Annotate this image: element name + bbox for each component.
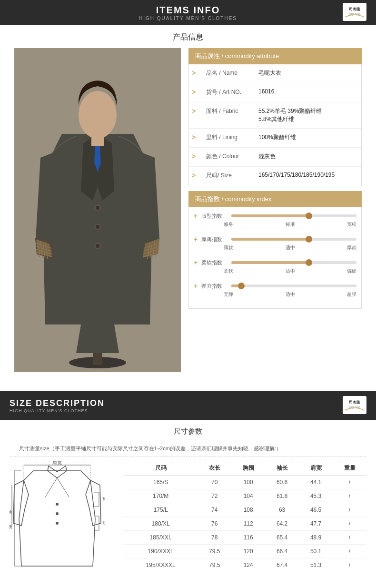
product-image: [14, 48, 181, 372]
size-desc-title: SIZE DESCRIPTION: [10, 398, 105, 408]
size-table-head: 尺码衣长胸围袖长肩宽重量: [124, 461, 366, 476]
table-cell: /: [333, 545, 366, 558]
table-row: 180/XL7611264.247.7/: [124, 517, 366, 531]
index-label-left: 修身: [224, 221, 233, 228]
table-cell: 175/L: [124, 503, 198, 517]
table-cell: 67.4: [265, 558, 299, 572]
index-labels: 薄款 适中 厚款: [194, 243, 356, 251]
svg-line-37: [45, 478, 57, 497]
svg-text:司奇隆: 司奇隆: [349, 7, 361, 11]
table-cell: 78: [198, 531, 231, 545]
page-header: ITEMS INFO HIGH QUALITY MEN'S CLOTHES 司奇…: [0, 0, 376, 25]
index-label: 弹力指数: [201, 283, 228, 290]
index-plus-icon: +: [194, 282, 198, 290]
size-desc-subtitle: HIGH QUALITY MEN'S CLOTHES: [10, 408, 105, 413]
header-title: ITEMS INFO: [0, 5, 376, 16]
attr-arrow: >: [189, 83, 203, 101]
index-bar: [231, 214, 356, 217]
svg-text:衣长: 衣长: [10, 524, 13, 529]
table-cell: 65.4: [265, 531, 299, 545]
index-labels: 修身 标准 宽松: [194, 220, 356, 228]
table-cell: 72: [198, 489, 231, 503]
table-row: 170/M7210461.845.3/: [124, 489, 366, 503]
svg-line-38: [57, 478, 69, 497]
brand-logo-header: 司奇隆 SIQILONG: [343, 3, 366, 22]
svg-rect-30: [91, 132, 104, 146]
table-cell: 190/XXXL: [124, 545, 198, 558]
table-cell: 79.5: [198, 558, 231, 572]
table-row: 175/L741086346.5/: [124, 503, 366, 517]
attribute-row: > 尺码/ Size 165/170/175/180/185/190/195: [189, 167, 361, 186]
size-table-header: 尺码: [124, 461, 198, 476]
table-cell: 60.6: [265, 476, 299, 489]
index-bar-fill: [231, 238, 309, 241]
svg-point-35: [56, 512, 59, 515]
table-cell: 79.5: [198, 545, 231, 558]
table-cell: /: [333, 558, 366, 572]
size-note: 尺寸测量size（手工测量平铺尺寸可能与实际尺寸之间存在1~2cm的误差，还请亲…: [10, 441, 366, 456]
table-cell: 104: [231, 489, 265, 503]
index-plus-icon: +: [194, 235, 198, 243]
table-cell: 66.4: [265, 545, 299, 558]
index-row: + 柔软指数 柔软 适中 偏硬: [194, 259, 356, 274]
attribute-row: > 颜色 / Colour 混灰色: [189, 148, 361, 167]
index-bar-fill: [231, 261, 309, 264]
index-bar: [231, 238, 356, 241]
table-cell: 195/XXXXL: [124, 558, 198, 572]
header-subtitle: HIGH QUALITY MEN'S CLOTHES: [0, 16, 376, 21]
attr-key: 里料 / Lining: [203, 129, 256, 146]
index-dot: [306, 213, 312, 219]
size-desc-left: SIZE DESCRIPTION HIGH QUALITY MEN'S CLOT…: [10, 398, 105, 413]
index-section: 商品指数 / commodity index + 版型指数 修身 标准 宽松 +…: [188, 191, 362, 309]
table-cell: /: [333, 531, 366, 545]
size-table-wrap: 尺码衣长胸围袖长肩宽重量 165/S7010060.644.1/170/M721…: [124, 461, 366, 572]
table-cell: 116: [231, 531, 265, 545]
attr-val: 16016: [256, 83, 361, 100]
index-dot: [238, 283, 245, 289]
table-cell: 47.7: [299, 517, 333, 531]
svg-text:肩宽: 肩宽: [52, 461, 62, 465]
product-info-section: 商品属性 / commodity attribute > 品名 / Name 毛…: [0, 48, 376, 382]
attr-val: 55.2%羊毛 39%聚酯纤维5.8%其他纤维: [256, 102, 361, 128]
index-plus-icon: +: [194, 259, 198, 266]
index-label-left: 薄款: [224, 244, 233, 251]
index-label-left: 无弹: [224, 291, 233, 298]
index-plus-icon: +: [194, 212, 198, 220]
index-label-mid: 适中: [286, 244, 295, 251]
index-label-right: 宽松: [347, 221, 356, 228]
attr-val: 165/170/175/180/185/190/195: [256, 167, 361, 183]
attr-val: 100%聚酯纤维: [256, 129, 361, 146]
index-dot: [306, 236, 312, 243]
table-cell: 108: [231, 503, 265, 517]
table-row: 190/XXXL79.512066.450.1/: [124, 545, 366, 558]
index-row: + 弹力指数 无弹 适中 超弹: [194, 282, 356, 298]
index-label-mid: 适中: [286, 291, 295, 298]
attr-arrow: >: [189, 167, 203, 184]
table-cell: 165/S: [124, 476, 198, 489]
table-cell: 64.2: [265, 517, 299, 531]
index-label-right: 厚款: [347, 244, 356, 251]
attr-arrow: >: [189, 102, 203, 120]
index-bar: [231, 261, 356, 264]
index-label-mid: 适中: [286, 268, 295, 274]
svg-point-24: [96, 206, 99, 210]
index-label-right: 偏硬: [347, 268, 356, 274]
attributes-panel: 商品属性 / commodity attribute > 品名 / Name 毛…: [188, 48, 362, 372]
attribute-row: > 品名 / Name 毛呢大衣: [189, 64, 361, 83]
table-row: 165/S7010060.644.1/: [124, 476, 366, 489]
index-bar: [231, 284, 356, 287]
svg-text:袖长: 袖长: [10, 510, 12, 514]
product-section-title: 产品信息: [0, 25, 376, 48]
index-label-right: 超弹: [347, 291, 356, 298]
svg-rect-31: [343, 396, 366, 414]
size-table-body: 165/S7010060.644.1/170/M7210461.845.3/17…: [124, 476, 366, 572]
attribute-section-header: 商品属性 / commodity attribute: [188, 48, 362, 64]
svg-rect-0: [343, 3, 366, 21]
index-bar-fill: [231, 214, 309, 217]
table-cell: 180/XL: [124, 517, 198, 531]
table-cell: /: [333, 503, 366, 517]
table-cell: 70: [198, 476, 231, 489]
attribute-row: > 货号 / Art NO. 16016: [189, 83, 361, 102]
index-label-mid: 标准: [286, 221, 295, 228]
table-cell: 46.5: [299, 503, 333, 517]
